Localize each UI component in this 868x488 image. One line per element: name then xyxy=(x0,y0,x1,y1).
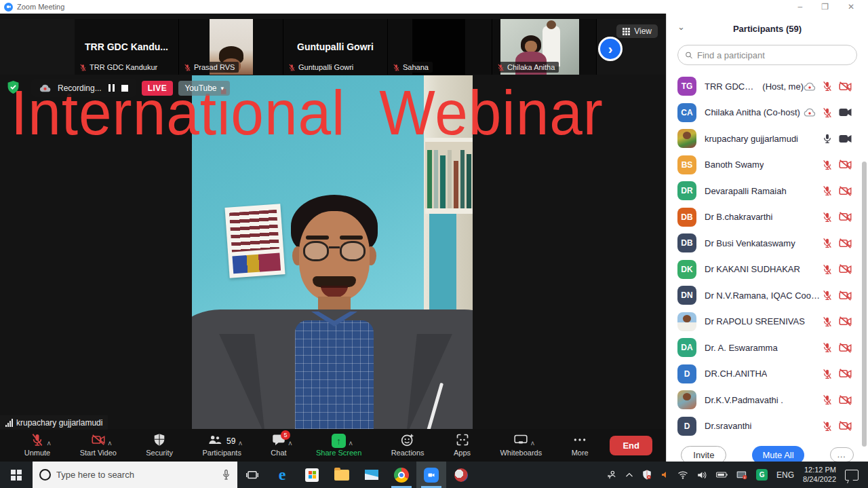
participant-row[interactable]: krupachary gujjarlamudi xyxy=(667,126,861,152)
chrome-icon[interactable] xyxy=(387,462,416,488)
apps-button[interactable]: Apps xyxy=(448,429,476,462)
participant-row[interactable]: Dr.K.V.Padmavathi . xyxy=(667,387,861,413)
search-circle-icon xyxy=(39,469,51,481)
participants-button[interactable]: 59˄Participants xyxy=(197,429,246,462)
gallery-thumbnail[interactable]: Guntupalli Gowri Guntupalli Gowri xyxy=(283,19,388,75)
mic-off-icon xyxy=(822,238,833,248)
reactions-button[interactable]: Reactions xyxy=(386,429,430,462)
battery-icon[interactable] xyxy=(716,471,728,478)
restore-icon[interactable]: ❐ xyxy=(821,0,829,14)
start-video-button[interactable]: ˄Start Video xyxy=(75,429,122,462)
wifi-icon[interactable] xyxy=(677,470,688,479)
stream-platform-dropdown[interactable]: YouTube ▾ xyxy=(178,81,230,96)
chevron-up-icon[interactable]: ˄ xyxy=(108,440,112,447)
encryption-shield-icon[interactable] xyxy=(7,80,20,94)
action-center-icon[interactable] xyxy=(845,470,859,481)
participant-row[interactable]: DDr.sravanthi xyxy=(667,413,861,440)
active-speaker-label: krupachary gujjarlamudi xyxy=(0,415,108,430)
participant-row[interactable]: DNDr N.V.Ramana, IQAC Coordin... xyxy=(667,282,861,309)
display-notification-icon[interactable]: 4 xyxy=(736,470,747,480)
meeting-toolbar: ˄Unmute ˄Start Video Security 59˄Partici… xyxy=(0,429,666,462)
chevron-up-icon[interactable]: ˄ xyxy=(239,440,243,447)
cam-on-icon xyxy=(839,134,852,144)
mic-off-icon xyxy=(79,64,87,71)
toolbar-item-label: Chat xyxy=(271,449,286,457)
defender-shield-icon[interactable] xyxy=(642,470,652,480)
end-meeting-button[interactable]: End xyxy=(610,436,652,455)
zoom-taskbar-icon[interactable] xyxy=(416,462,446,488)
stop-recording-icon[interactable] xyxy=(121,85,128,92)
task-view-button[interactable] xyxy=(237,462,267,488)
unmute-button[interactable]: ˄Unmute xyxy=(19,429,56,462)
participant-row[interactable]: TGTRR GDC Kandu(Host, me) xyxy=(667,73,861,100)
participant-row[interactable]: DBDr B.chakravarthi xyxy=(667,204,861,231)
participant-row[interactable]: DDR.CH.ANITHA xyxy=(667,361,861,388)
share-screen-button[interactable]: ↑˄Share Screen xyxy=(311,429,367,462)
participant-row[interactable]: DKDr KAKANI SUDHAKAR xyxy=(667,257,861,283)
speaker-icon[interactable] xyxy=(697,470,707,480)
gallery-thumbnail[interactable]: TRR GDC Kandu... TRR GDC Kandukur xyxy=(75,19,179,75)
start-button[interactable] xyxy=(0,462,33,488)
clock-time: 12:12 PM xyxy=(803,466,836,475)
mail-icon[interactable] xyxy=(357,462,387,488)
microsoft-store-icon[interactable] xyxy=(297,462,327,488)
language-indicator[interactable]: ENG xyxy=(776,470,794,480)
pause-recording-icon[interactable] xyxy=(108,84,115,92)
chevron-up-icon[interactable]: ˄ xyxy=(531,440,535,447)
taskbar-search-input[interactable] xyxy=(56,470,216,480)
participant-name: DR.CH.ANITHA xyxy=(705,369,767,379)
participant-name: Dr.K.V.Padmavathi . xyxy=(705,395,783,405)
gallery-thumbnail[interactable]: Prasad RVS xyxy=(179,19,283,75)
snip-app-icon[interactable] xyxy=(446,462,476,488)
people-tray-icon[interactable] xyxy=(606,470,616,480)
window-titlebar: Zoom Meeting – ❐ ✕ xyxy=(0,0,868,14)
taskbar-search[interactable] xyxy=(33,462,237,488)
file-explorer-icon[interactable] xyxy=(327,462,357,488)
bookshelf xyxy=(425,138,473,214)
gallery-thumbnail[interactable]: Sahana xyxy=(388,19,492,75)
search-input[interactable] xyxy=(697,50,850,60)
gallery-strip: TRR GDC Kandu... TRR GDC Kandukur Prasad… xyxy=(0,19,666,75)
panel-more-button[interactable]: ... xyxy=(830,447,854,462)
chat-button[interactable]: 5˄Chat xyxy=(265,429,292,462)
cam-off-icon xyxy=(839,212,852,222)
more-button[interactable]: More xyxy=(566,429,594,462)
cam-off-icon xyxy=(839,159,852,170)
participant-row[interactable]: DRDevarapalli Ramaiah xyxy=(667,178,861,204)
participant-search[interactable] xyxy=(677,45,857,65)
toolbar-item-label: Reactions xyxy=(391,449,425,457)
participant-row[interactable]: DADr. A. Eswaramma xyxy=(667,335,861,361)
chevron-up-icon[interactable]: ˄ xyxy=(288,440,292,447)
avatar: DK xyxy=(677,260,696,279)
security-button[interactable]: Security xyxy=(140,429,178,462)
mic-off-icon xyxy=(822,107,833,118)
edge-icon[interactable]: e xyxy=(267,462,297,488)
view-button[interactable]: View xyxy=(616,24,658,38)
participants-panel-title: Participants (59) xyxy=(733,24,802,34)
audio-signal-icon xyxy=(5,419,13,427)
panel-collapse-chevron-icon[interactable]: ⌄ xyxy=(677,22,685,32)
next-page-arrow-button[interactable]: › xyxy=(598,37,623,61)
microphone-icon[interactable] xyxy=(222,469,231,481)
reactions-icon xyxy=(401,433,414,449)
minimize-icon[interactable]: – xyxy=(797,0,802,14)
clock-date: 8/24/2022 xyxy=(803,475,836,485)
chevron-up-icon[interactable]: ˄ xyxy=(349,440,353,447)
participant-row[interactable]: Dr RAPOLU SREENIVAS xyxy=(667,309,861,335)
close-icon[interactable]: ✕ xyxy=(848,0,854,14)
participant-row[interactable]: BSBanoth Swamy xyxy=(667,152,861,179)
panel-scrollbar[interactable] xyxy=(862,162,867,447)
taskbar-clock[interactable]: 12:12 PM 8/24/2022 xyxy=(803,466,836,485)
toolbar-item-label: Unmute xyxy=(24,449,51,457)
tray-chevron-up-icon[interactable] xyxy=(625,472,633,478)
chevron-up-icon[interactable]: ˄ xyxy=(47,440,51,447)
volume-muted-icon[interactable] xyxy=(660,470,669,479)
participant-row[interactable]: DBDr Busi Venkataswamy xyxy=(667,230,861,257)
avatar: BS xyxy=(677,155,696,174)
gallery-thumbnail[interactable]: Chilaka Anitha xyxy=(492,19,597,75)
participant-row[interactable]: CAChilaka Anitha (Co-host) xyxy=(667,100,861,126)
whiteboards-button[interactable]: ˄Whiteboards xyxy=(494,429,547,462)
cloud-recording-icon xyxy=(39,83,51,92)
green-app-tray-icon[interactable]: G xyxy=(756,469,768,481)
chat-unread-badge: 5 xyxy=(281,430,290,440)
